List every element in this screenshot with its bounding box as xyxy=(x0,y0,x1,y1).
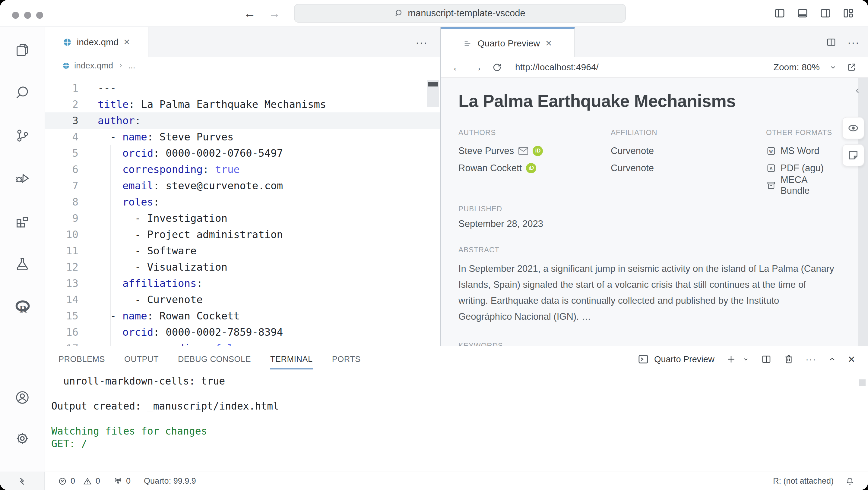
breadcrumb[interactable]: index.qmd ... xyxy=(45,57,440,74)
tab-quarto-preview[interactable]: Quarto Preview ✕ xyxy=(441,27,575,57)
orcid-icon[interactable]: iD xyxy=(526,163,536,173)
source-control-icon[interactable] xyxy=(14,128,30,143)
code-token: - xyxy=(98,310,122,322)
terminal-instance[interactable]: Quarto Preview xyxy=(637,353,714,365)
maximize-window-icon[interactable] xyxy=(36,12,43,19)
code-line[interactable]: 3author: xyxy=(45,112,440,129)
code-line[interactable]: 5 orcid: 0000-0002-0760-5497 xyxy=(45,145,440,161)
problems-status[interactable]: 0 0 xyxy=(58,477,100,486)
preview-forward-icon[interactable]: → xyxy=(472,61,483,73)
bottom-panel: PROBLEMSOUTPUTDEBUG CONSOLETERMINALPORTS… xyxy=(45,346,868,471)
code-line[interactable]: 17 corresponding: false xyxy=(45,340,440,346)
chevron-down-icon[interactable] xyxy=(829,63,837,71)
toggle-primary-sidebar-icon[interactable] xyxy=(773,7,786,20)
window-controls[interactable] xyxy=(12,12,43,19)
breadcrumb-more[interactable]: ... xyxy=(128,61,135,70)
terminal-output[interactable]: unroll-markdown-cells: true Output creat… xyxy=(51,375,850,468)
code-line[interactable]: 6 corresponding: true xyxy=(45,161,440,177)
new-terminal-icon[interactable] xyxy=(726,354,736,364)
zoom-level[interactable]: Zoom: 80% xyxy=(774,62,820,72)
terminal-dropdown-icon[interactable] xyxy=(742,356,749,363)
panel-more-actions-icon[interactable]: ··· xyxy=(806,354,816,364)
terminal-line xyxy=(51,413,850,425)
code-line[interactable]: 7 email: steve@curvenote.com xyxy=(45,177,440,194)
code-line[interactable]: 14 - Curvenote xyxy=(45,291,440,308)
open-external-icon[interactable] xyxy=(846,62,857,73)
remote-indicator[interactable] xyxy=(0,472,44,490)
eye-icon xyxy=(847,122,859,134)
code-token: - Curvenote xyxy=(98,294,203,305)
toggle-secondary-sidebar-icon[interactable] xyxy=(819,7,832,20)
toggle-panel-icon[interactable] xyxy=(796,7,809,20)
account-icon[interactable] xyxy=(14,390,30,405)
code-line[interactable]: 16 orcid: 0000-0002-7859-8394 xyxy=(45,324,440,340)
format-link-pdf[interactable]: APDF (agu) xyxy=(766,159,835,176)
code-text: - Project administration xyxy=(79,226,283,242)
code-line[interactable]: 9 - Investigation xyxy=(45,210,440,226)
format-link-meca[interactable]: MECA Bundle xyxy=(766,176,835,194)
close-panel-icon[interactable]: ✕ xyxy=(848,354,856,365)
history-back-icon[interactable]: ← xyxy=(244,7,256,20)
preview-url[interactable]: http://localhost:4964/ xyxy=(515,62,599,72)
maximize-panel-icon[interactable] xyxy=(828,355,836,363)
code-line[interactable]: 12 - Visualization xyxy=(45,259,440,275)
panel-tab-problems[interactable]: PROBLEMS xyxy=(59,355,105,364)
preview-back-icon[interactable]: ← xyxy=(452,61,463,73)
extensions-icon[interactable] xyxy=(14,214,30,229)
refresh-icon[interactable] xyxy=(492,62,502,73)
code-line[interactable]: 13 affiliations: xyxy=(45,275,440,291)
split-editor-icon[interactable] xyxy=(826,37,837,47)
close-tab-icon[interactable]: ✕ xyxy=(545,39,552,48)
code-token: : xyxy=(197,277,203,289)
minimize-window-icon[interactable] xyxy=(24,12,31,19)
svg-text:A: A xyxy=(770,166,773,171)
customize-layout-icon[interactable] xyxy=(842,7,855,20)
toggle-visibility-button[interactable] xyxy=(842,117,864,139)
code-line[interactable]: 10 - Project administration xyxy=(45,226,440,242)
authors-column: AUTHORS Steve PurvesiDRowan CockettiD xyxy=(459,128,611,194)
code-text: --- xyxy=(79,80,116,96)
testing-icon[interactable] xyxy=(14,256,30,272)
panel-tab-output[interactable]: OUTPUT xyxy=(124,355,159,364)
kill-terminal-icon[interactable] xyxy=(783,354,794,365)
ports-status[interactable]: 0 xyxy=(114,477,131,486)
editor-scrollbar[interactable] xyxy=(427,80,439,107)
panel-tab-debug-console[interactable]: DEBUG CONSOLE xyxy=(178,355,251,364)
quarto-version-status[interactable]: Quarto: 99.9.9 xyxy=(144,477,196,486)
tab-index-qmd[interactable]: index.qmd ✕ xyxy=(45,27,148,57)
annotation-button[interactable] xyxy=(842,144,864,166)
code-token: corresponding xyxy=(122,342,203,346)
quarto-file-icon xyxy=(63,38,72,47)
panel-tab-ports[interactable]: PORTS xyxy=(332,355,361,364)
r-session-status[interactable]: R: (not attached) xyxy=(773,477,834,486)
code-line[interactable]: 8 roles: xyxy=(45,194,440,210)
command-center-search[interactable]: manuscript-template-vscode xyxy=(294,4,626,23)
code-line[interactable]: 1--- xyxy=(45,80,440,96)
run-debug-icon[interactable] xyxy=(14,170,30,186)
code-line[interactable]: 4 - name: Steve Purves xyxy=(45,129,440,145)
code-line[interactable]: 15 - name: Rowan Cockett xyxy=(45,308,440,324)
breadcrumb-file[interactable]: index.qmd xyxy=(74,61,113,70)
affiliation-row: Curvenote xyxy=(611,142,766,159)
chevron-left-icon[interactable] xyxy=(853,86,862,95)
explorer-icon[interactable] xyxy=(14,42,30,58)
scrollbar-thumb[interactable] xyxy=(428,81,438,87)
search-sidebar-icon[interactable] xyxy=(14,85,30,101)
close-window-icon[interactable] xyxy=(12,12,19,19)
code-editor[interactable]: 1---2title: La Palma Earthquake Mechanis… xyxy=(45,74,440,346)
format-link-word[interactable]: wMS Word xyxy=(766,142,835,159)
preview-more-actions-icon[interactable]: ··· xyxy=(847,36,860,48)
split-terminal-icon[interactable] xyxy=(761,354,772,365)
orcid-icon[interactable]: iD xyxy=(533,146,543,156)
close-tab-icon[interactable]: ✕ xyxy=(123,37,130,47)
code-line[interactable]: 11 - Software xyxy=(45,242,440,259)
code-token: --- xyxy=(98,82,116,94)
panel-tab-terminal[interactable]: TERMINAL xyxy=(270,355,313,369)
editor-more-actions-icon[interactable]: ··· xyxy=(415,27,428,57)
settings-gear-icon[interactable] xyxy=(14,431,30,446)
bell-icon[interactable] xyxy=(845,477,855,486)
r-language-icon[interactable]: R xyxy=(14,299,30,315)
code-line[interactable]: 2title: La Palma Earthquake Mechanisms xyxy=(45,96,440,112)
panel-scrollbar[interactable] xyxy=(859,380,866,386)
email-icon[interactable] xyxy=(518,147,528,155)
